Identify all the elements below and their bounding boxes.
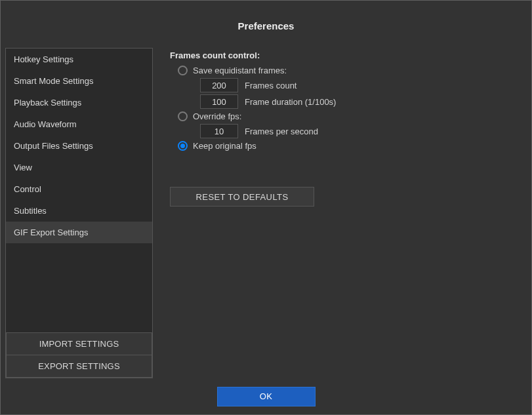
radio-label: Save equidistant frames: [193, 66, 287, 75]
radio-label: Override fps: [193, 111, 241, 121]
sidebar-item-playback-settings[interactable]: Playback Settings [6, 92, 152, 113]
sidebar-item-control[interactable]: Control [6, 178, 152, 200]
footer: OK [1, 378, 531, 414]
frame-duration-label: Frame duration (1/100s) [245, 97, 336, 107]
radio-override-fps[interactable]: Override fps: [178, 111, 527, 121]
body: Hotkey Settings Smart Mode Settings Play… [1, 48, 531, 378]
page-title: Preferences [1, 1, 531, 48]
export-settings-button[interactable]: EXPORT SETTINGS [6, 355, 152, 378]
sidebar-item-output-files-settings[interactable]: Output Files Settings [6, 135, 152, 157]
sidebar-item-subtitles[interactable]: Subtitles [6, 200, 152, 222]
ok-button[interactable]: OK [217, 387, 316, 406]
sidebar-item-hotkey-settings[interactable]: Hotkey Settings [6, 49, 152, 70]
radio-icon [178, 111, 188, 121]
radio-icon [178, 141, 188, 151]
frames-count-label: Frames count [245, 81, 297, 90]
frames-count-field-row: Frames count [200, 78, 527, 92]
sidebar-item-view[interactable]: View [6, 157, 152, 178]
sidebar-item-gif-export-settings[interactable]: GIF Export Settings [6, 222, 152, 243]
fps-input[interactable] [200, 124, 238, 138]
sidebar-items: Hotkey Settings Smart Mode Settings Play… [6, 49, 152, 332]
fps-label: Frames per second [245, 127, 318, 136]
sidebar: Hotkey Settings Smart Mode Settings Play… [5, 48, 153, 378]
frames-count-input[interactable] [200, 78, 238, 92]
sidebar-bottom: IMPORT SETTINGS EXPORT SETTINGS [6, 332, 152, 378]
frames-count-control-heading: Frames count control: [170, 50, 527, 60]
reset-to-defaults-button[interactable]: RESET TO DEFAULTS [170, 187, 314, 207]
sidebar-item-smart-mode-settings[interactable]: Smart Mode Settings [6, 70, 152, 92]
fps-field-row: Frames per second [200, 124, 527, 138]
radio-label: Keep original fps [193, 141, 256, 151]
radio-keep-original-fps[interactable]: Keep original fps [178, 141, 527, 151]
content-panel: Frames count control: Save equidistant f… [166, 48, 527, 378]
radio-icon [178, 66, 188, 75]
sidebar-item-audio-waveform[interactable]: Audio Waveform [6, 113, 152, 135]
frame-duration-field-row: Frame duration (1/100s) [200, 94, 527, 109]
preferences-window: Preferences Hotkey Settings Smart Mode S… [0, 0, 532, 415]
radio-save-equidistant[interactable]: Save equidistant frames: [178, 66, 527, 75]
import-settings-button[interactable]: IMPORT SETTINGS [6, 332, 152, 355]
frame-duration-input[interactable] [200, 94, 238, 109]
